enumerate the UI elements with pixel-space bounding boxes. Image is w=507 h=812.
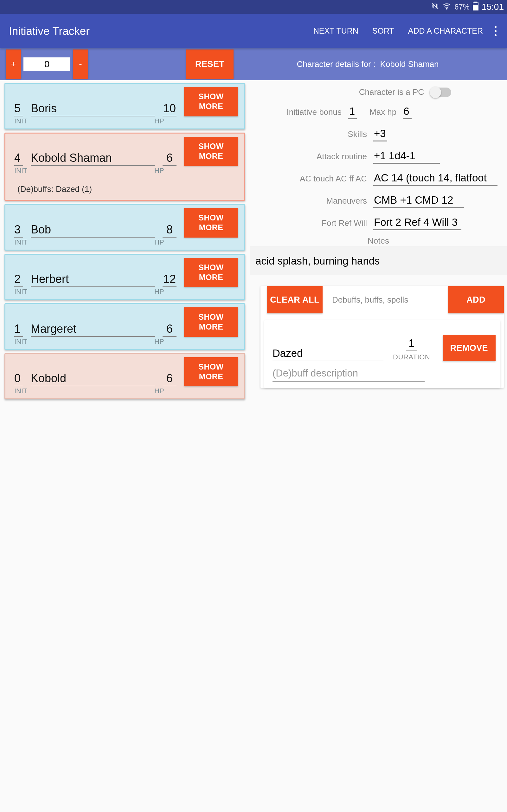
app-title: Initiative Tracker <box>9 25 306 38</box>
increment-button[interactable]: + <box>6 49 21 79</box>
character-card[interactable]: 5 Boris 10 SHOWMORE INIT HP <box>4 83 245 130</box>
hp-field[interactable]: 6 <box>163 372 176 386</box>
init-label: INIT <box>14 338 33 346</box>
maxhp-field[interactable]: 6 <box>403 105 412 119</box>
svg-point-1 <box>446 8 447 9</box>
toolbar: + 0 - RESET Character details for : Kobo… <box>0 48 507 80</box>
maxhp-label: Max hp <box>370 107 396 117</box>
character-card[interactable]: 3 Bob 8 SHOWMORE INIT HP <box>4 204 245 251</box>
notes-label: Notes <box>250 234 507 247</box>
pc-label: Character is a PC <box>250 87 424 97</box>
add-character-action[interactable]: ADD A CHARACTER <box>401 26 490 36</box>
name-field[interactable]: Kobold <box>31 372 155 386</box>
hp-label: HP <box>154 238 177 247</box>
hp-label: HP <box>154 387 177 395</box>
saves-label: Fort Ref Will <box>250 218 367 228</box>
name-field[interactable]: Kobold Shaman <box>31 151 155 166</box>
battery-icon <box>473 2 478 12</box>
show-more-button[interactable]: SHOWMORE <box>184 208 238 238</box>
init-field[interactable]: 2 <box>14 272 23 287</box>
character-list: 5 Boris 10 SHOWMORE INIT HP 4 Kobold Sha… <box>0 80 250 402</box>
sort-action[interactable]: SORT <box>365 26 401 36</box>
buff-duration-field[interactable]: 1 <box>406 337 417 351</box>
clear-all-button[interactable]: CLEAR ALL <box>267 286 323 313</box>
show-more-button[interactable]: SHOWMORE <box>184 137 238 166</box>
name-field[interactable]: Herbert <box>31 272 155 287</box>
svg-rect-4 <box>473 5 478 10</box>
hp-field[interactable]: 10 <box>163 102 176 116</box>
hp-field[interactable]: 6 <box>163 322 176 337</box>
character-card[interactable]: 4 Kobold Shaman 6 SHOWMORE INIT HP (De)b… <box>4 133 245 201</box>
show-more-button[interactable]: SHOWMORE <box>184 258 238 287</box>
vibrate-icon <box>431 2 439 12</box>
buff-description-field[interactable]: (De)buff description <box>273 363 425 382</box>
init-field[interactable]: 1 <box>14 322 23 337</box>
hp-field[interactable]: 8 <box>163 223 176 238</box>
maneuvers-field[interactable]: CMB +1 CMD 12 <box>373 194 464 208</box>
init-label: INIT <box>14 238 33 247</box>
init-field[interactable]: 3 <box>14 223 23 238</box>
debuff-summary: (De)buffs: Dazed (1) <box>14 175 238 197</box>
hp-field[interactable]: 6 <box>163 151 176 166</box>
skills-label: Skills <box>250 130 367 139</box>
name-field[interactable]: Boris <box>31 102 155 116</box>
hp-field[interactable]: 12 <box>163 272 176 287</box>
buffs-title: Debuffs, buffs, spells <box>332 295 439 305</box>
buff-name-field[interactable]: Dazed <box>273 347 383 361</box>
remove-buff-button[interactable]: REMOVE <box>443 335 496 361</box>
init-label: INIT <box>14 166 33 175</box>
init-field[interactable]: 0 <box>14 372 23 386</box>
pc-toggle[interactable] <box>430 88 451 97</box>
next-turn-action[interactable]: NEXT TURN <box>306 26 365 36</box>
details-header: Character details for : Kobold Shaman <box>297 59 439 69</box>
show-more-button[interactable]: SHOWMORE <box>184 307 238 337</box>
details-panel: Character is a PC Initiative bonus 1 Max… <box>250 80 507 402</box>
buff-item: Dazed 1 DURATION REMOVE (De)buff descrip… <box>264 320 500 388</box>
hp-delta-input[interactable]: 0 <box>23 57 70 71</box>
android-status-bar: 67% 15:01 <box>0 0 507 14</box>
ac-field[interactable]: AC 14 (touch 14, flatfoot <box>373 171 498 186</box>
app-bar: Initiative Tracker NEXT TURN SORT ADD A … <box>0 14 507 48</box>
status-time: 15:01 <box>482 2 504 12</box>
character-card[interactable]: 0 Kobold 6 SHOWMORE INIT HP <box>4 353 245 400</box>
show-more-button[interactable]: SHOWMORE <box>184 357 238 387</box>
character-card[interactable]: 1 Margeret 6 SHOWMORE INIT HP <box>4 303 245 350</box>
init-label: INIT <box>14 288 33 296</box>
show-more-button[interactable]: SHOWMORE <box>184 87 238 116</box>
name-field[interactable]: Bob <box>31 223 155 238</box>
attack-label: Attack routine <box>250 152 367 161</box>
init-label: INIT <box>14 387 33 395</box>
init-bonus-label: Initiative bonus <box>250 107 342 117</box>
hp-label: HP <box>154 166 177 175</box>
attack-field[interactable]: +1 1d4-1 <box>373 149 440 164</box>
hp-label: HP <box>154 288 177 296</box>
hp-label: HP <box>154 338 177 346</box>
decrement-button[interactable]: - <box>73 49 88 79</box>
maneuvers-label: Maneuvers <box>250 196 367 206</box>
saves-field[interactable]: Fort 2 Ref 4 Will 3 <box>373 216 461 230</box>
battery-pct: 67% <box>454 3 469 11</box>
ac-label: AC touch AC ff AC <box>250 174 367 184</box>
character-card[interactable]: 2 Herbert 12 SHOWMORE INIT HP <box>4 254 245 300</box>
buffs-panel: CLEAR ALL Debuffs, buffs, spells ADD Daz… <box>261 286 504 388</box>
hp-label: HP <box>154 117 177 125</box>
notes-field[interactable]: acid splash, burning hands <box>250 247 507 275</box>
duration-label: DURATION <box>393 353 430 361</box>
init-bonus-field[interactable]: 1 <box>348 105 357 119</box>
reset-button[interactable]: RESET <box>186 49 233 79</box>
init-field[interactable]: 5 <box>14 102 23 116</box>
wifi-icon <box>442 2 451 12</box>
init-label: INIT <box>14 117 33 125</box>
init-field[interactable]: 4 <box>14 151 23 166</box>
overflow-menu-icon[interactable] <box>490 26 498 36</box>
name-field[interactable]: Margeret <box>31 322 155 337</box>
add-buff-button[interactable]: ADD <box>448 286 504 313</box>
skills-field[interactable]: +3 <box>373 127 387 142</box>
